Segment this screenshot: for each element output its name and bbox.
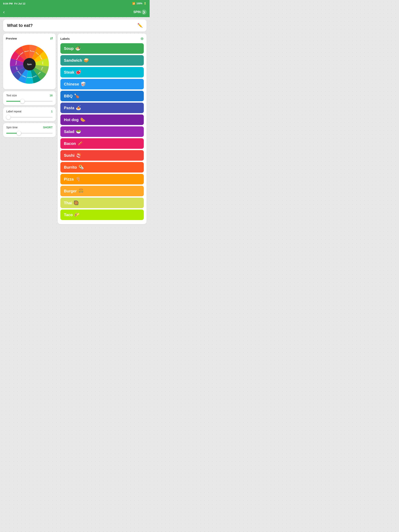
spin-label[interactable]: Spin	[27, 63, 32, 65]
label-text: Sushi	[64, 153, 74, 158]
list-item[interactable]: Soup🍜	[60, 43, 144, 54]
text-size-value: 16	[50, 94, 53, 97]
label-emoji: 🥓	[77, 141, 83, 146]
battery-level: 100%	[136, 2, 142, 5]
label-emoji: 🥡	[81, 82, 86, 87]
label-emoji: 🥘	[73, 200, 79, 205]
spin-wheel[interactable]: BurritoPizzaBurgerThaiTacoStewSoupSandwi…	[8, 43, 51, 86]
label-emoji: 🌮	[74, 212, 79, 217]
svg-text:Sandwich: Sandwich	[26, 77, 33, 78]
label-repeat-card: Label repeat 1	[3, 107, 56, 121]
spin-time-card: Spin time SHORT	[3, 123, 56, 137]
text-size-slider[interactable]	[6, 101, 53, 102]
labels-header: Labels ⊕	[60, 36, 144, 41]
status-time: 9:04 PM	[3, 2, 13, 5]
back-button[interactable]: ‹	[3, 9, 5, 15]
nav-bar: ‹ SPIN ❯	[0, 7, 150, 17]
edit-icon[interactable]: ✏️	[137, 23, 143, 28]
add-label-icon[interactable]: ⊕	[141, 36, 144, 41]
text-size-row: Text size 16	[6, 94, 53, 97]
labels-card: Labels ⊕ Soup🍜Sandwich🥪Steak🥩Chinese🥡BBQ…	[58, 33, 147, 224]
main-content: What to eat? ✏️ Preview ⇄	[0, 17, 150, 227]
svg-text:Thai: Thai	[42, 61, 44, 64]
list-item[interactable]: Sushi🍣	[60, 150, 144, 161]
label-emoji: 🌭	[80, 117, 85, 122]
text-size-label: Text size	[6, 94, 17, 97]
list-item[interactable]: Bacon🥓	[60, 138, 144, 149]
label-text: Hot dog	[64, 118, 79, 122]
label-repeat-slider[interactable]	[6, 117, 53, 118]
list-item[interactable]: Thai🥘	[60, 198, 144, 208]
label-emoji: 🥩	[76, 70, 81, 75]
label-emoji: 🍜	[75, 46, 80, 51]
list-item[interactable]: Taco🌮	[60, 209, 144, 220]
title-card: What to eat? ✏️	[3, 19, 147, 32]
label-text: Steak	[64, 70, 74, 75]
wheel-container: BurritoPizzaBurgerThaiTacoStewSoupSandwi…	[6, 43, 53, 86]
spin-time-row: Spin time SHORT	[6, 126, 53, 129]
text-size-card: Text size 16	[3, 91, 56, 105]
preview-header: Preview ⇄	[6, 36, 53, 40]
list-item[interactable]: Pizza🍕	[60, 174, 144, 184]
labels-title: Labels	[60, 37, 70, 40]
list-item[interactable]: Steak🥩	[60, 67, 144, 77]
label-emoji: 🍝	[76, 105, 81, 110]
label-text: Taco	[64, 213, 73, 217]
label-emoji: 🥗	[76, 129, 81, 134]
label-emoji: 🍗	[74, 94, 79, 99]
two-column-layout: Preview ⇄ BurritoPizzaBurgerThaiTacoStew…	[3, 33, 147, 224]
page-title: What to eat?	[7, 23, 33, 28]
battery-icon: 🔋	[144, 2, 147, 5]
spin-label: SPIN	[134, 10, 141, 14]
label-emoji: 🍔	[78, 189, 84, 194]
spin-arrow-icon: ❯	[142, 10, 147, 15]
list-item[interactable]: Chinese🥡	[60, 79, 144, 89]
label-text: Salad	[64, 129, 74, 134]
spin-button[interactable]: SPIN ❯	[134, 10, 147, 15]
label-emoji: 🌯	[78, 165, 84, 170]
spin-time-value: SHORT	[43, 126, 53, 129]
label-repeat-value: 1	[51, 110, 53, 113]
label-text: BBQ	[64, 94, 72, 98]
list-item[interactable]: Burrito🌯	[60, 162, 144, 172]
right-panel: Labels ⊕ Soup🍜Sandwich🥪Steak🥩Chinese🥡BBQ…	[58, 33, 147, 224]
label-text: Bacon	[64, 141, 76, 146]
list-item[interactable]: Sandwich🥪	[60, 55, 144, 66]
status-date: Fri Jul 12	[14, 2, 25, 5]
label-repeat-row: Label repeat 1	[6, 110, 53, 113]
label-text: Burger	[64, 189, 77, 193]
label-emoji: 🥪	[84, 58, 89, 63]
shuffle-icon[interactable]: ⇄	[50, 36, 53, 40]
label-text: Soup	[64, 46, 74, 51]
labels-list: Soup🍜Sandwich🥪Steak🥩Chinese🥡BBQ🍗Pasta🍝Ho…	[60, 43, 144, 220]
left-panel: Preview ⇄ BurritoPizzaBurgerThaiTacoStew…	[3, 33, 56, 139]
label-text: Sandwich	[64, 58, 82, 63]
label-text: Burrito	[64, 165, 77, 170]
label-text: Chinese	[64, 82, 79, 86]
preview-title: Preview	[6, 37, 17, 40]
spin-time-slider[interactable]	[6, 133, 53, 133]
list-item[interactable]: BBQ🍗	[60, 91, 144, 101]
list-item[interactable]: Salad🥗	[60, 126, 144, 137]
list-item[interactable]: Hot dog🌭	[60, 114, 144, 125]
spin-time-label: Spin time	[6, 126, 18, 129]
list-item[interactable]: Pasta🍝	[60, 103, 144, 113]
label-emoji: 🍕	[75, 177, 80, 182]
status-bar: 9:04 PM Fri Jul 12 📶 100% 🔋	[0, 0, 150, 7]
list-item[interactable]: Burger🍔	[60, 186, 144, 196]
label-emoji: 🍣	[76, 153, 81, 158]
label-text: Pizza	[64, 177, 74, 182]
preview-card: Preview ⇄ BurritoPizzaBurgerThaiTacoStew…	[3, 33, 56, 89]
status-right: 📶 100% 🔋	[132, 2, 147, 5]
label-text: Thai	[64, 201, 72, 205]
wifi-icon: 📶	[132, 2, 135, 5]
status-left: 9:04 PM Fri Jul 12	[3, 2, 25, 5]
label-text: Pasta	[64, 106, 74, 110]
label-repeat-label: Label repeat	[6, 110, 21, 113]
